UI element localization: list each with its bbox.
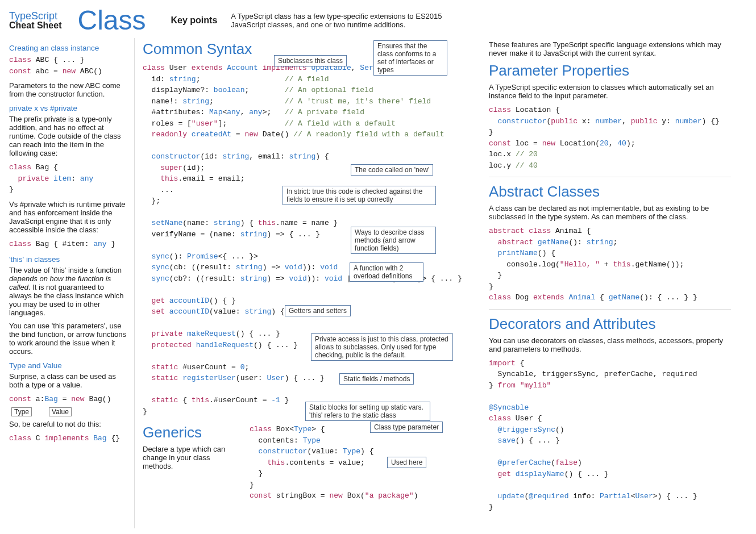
text-param-props: A TypeScript specific extension to class…: [489, 83, 731, 100]
cheatsheet-label: Cheat Sheet: [9, 21, 61, 30]
text-this-1: The value of 'this' inside a function de…: [9, 266, 127, 317]
callout-methods: Ways to describe class methods (and arro…: [351, 227, 436, 254]
code-typevalue-1: const a:Bag = new Bag(): [9, 394, 127, 405]
callout-staticblock: Static blocks for setting up static vars…: [305, 402, 430, 421]
page-header: TypeScript Cheat Sheet Class Key points …: [0, 0, 756, 38]
heading-private: private x vs #private: [9, 104, 127, 112]
type-box: Type: [11, 407, 32, 416]
code-private-2: class Bag { #item: any }: [9, 239, 127, 250]
text-generics: Declare a type which can change in your …: [143, 445, 239, 470]
divider: [489, 177, 731, 177]
heading-common-syntax: Common Syntax: [143, 40, 252, 58]
text-abstract: A class can be declared as not implement…: [489, 204, 731, 221]
logo-block: TypeScript Cheat Sheet: [9, 11, 61, 30]
text-this-2: You can use 'this parameters', use the b…: [9, 322, 127, 356]
divider: [489, 309, 731, 310]
callout-ctor: The code called on 'new': [351, 164, 433, 176]
code-typevalue-2: class C implements Bag {}: [9, 433, 127, 444]
heading-typevalue: Type and Value: [9, 361, 127, 370]
code-abstract: abstract class Animal { abstract getName…: [489, 226, 731, 303]
right-column: These features are TypeScript specific l…: [481, 38, 731, 528]
heading-abstract: Abstract Classes: [489, 183, 731, 201]
heading-this: 'this' in classes: [9, 255, 127, 264]
text-instance: Parameters to the new ABC come from the …: [9, 81, 127, 98]
callout-private: Private access is just to this class, pr…: [311, 333, 453, 361]
code-private-1: class Bag { private item: any }: [9, 162, 127, 195]
middle-column: Common Syntax Subclasses this class Ensu…: [134, 38, 481, 528]
left-column: Creating an class instance class ABC { .…: [9, 38, 134, 528]
callout-overload: A function with 2 overload definitions: [350, 262, 423, 282]
callout-strict: In strict: true this code is checked aga…: [283, 186, 436, 205]
heading-instance: Creating an class instance: [9, 44, 127, 52]
key-points-text: A TypeScript class has a few type-specif…: [231, 12, 475, 29]
callout-subclasses: Subclasses this class: [274, 55, 347, 66]
main-columns: Creating an class instance class ABC { .…: [0, 38, 756, 534]
callout-ensures: Ensures that the class conforms to a set…: [373, 40, 447, 76]
callout-static: Static fields / methods: [339, 373, 414, 385]
callout-getset: Getters and setters: [285, 305, 351, 316]
code-decorators: import { Syncable, triggersSync, preferC…: [489, 358, 731, 513]
page-title: Class: [77, 5, 146, 36]
heading-decorators: Decorators and Attributes: [489, 315, 731, 333]
callout-classtype: Class type parameter: [370, 422, 443, 433]
text-right-intro: These features are TypeScript specific l…: [489, 40, 731, 57]
heading-generics: Generics: [143, 424, 239, 441]
key-points-label: Key points: [171, 15, 218, 26]
heading-param-props: Parameter Properties: [489, 62, 731, 80]
text-decorators: You can use decorators on classes, class…: [489, 336, 731, 353]
text-typevalue-1: Surprise, a class can be used as both a …: [9, 372, 127, 389]
code-instance: class ABC { ... } const abc = new ABC(): [9, 55, 127, 77]
typescript-label: TypeScript: [9, 11, 61, 21]
text-private-2: Vs #private which is runtime private and…: [9, 200, 127, 234]
value-box: Value: [49, 407, 72, 416]
text-private-1: The prefix private is a type-only additi…: [9, 115, 127, 157]
callout-usedhere: Used here: [387, 457, 426, 468]
text-typevalue-2: So, be careful to not do this:: [9, 420, 127, 428]
code-param-props: class Location { constructor(public x: n…: [489, 105, 731, 171]
